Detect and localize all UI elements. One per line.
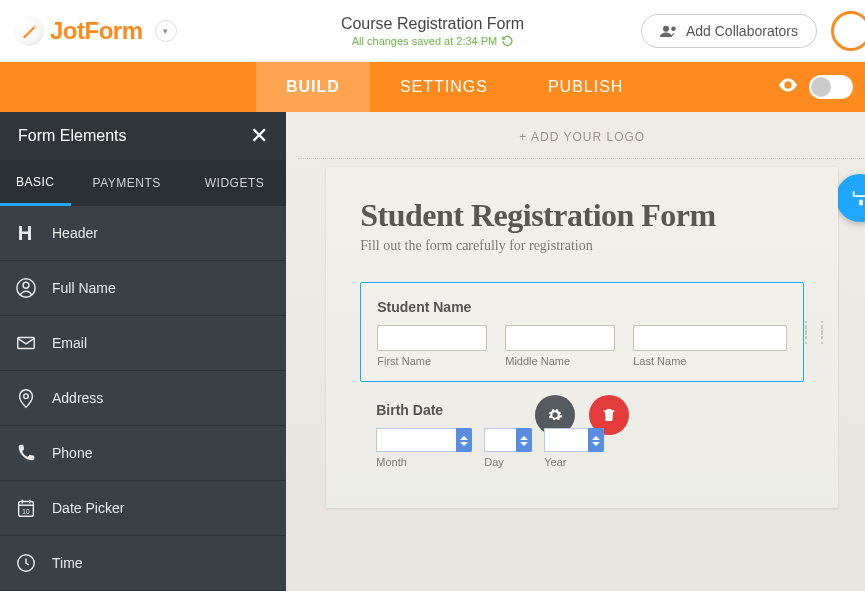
svg-rect-6 (18, 338, 35, 349)
collaborators-icon (660, 24, 678, 38)
header-icon: H (0, 222, 52, 244)
svg-point-1 (671, 26, 676, 31)
element-label: Phone (52, 445, 92, 461)
svg-text:H: H (18, 222, 33, 244)
form-subheading[interactable]: Fill out the form carefully for registra… (360, 238, 804, 254)
drag-handle-icon[interactable]: ⋮⋮⋮⋮⋮⋮ (799, 323, 831, 341)
month-select[interactable] (376, 428, 472, 452)
sublabel: Middle Name (505, 355, 615, 367)
svg-point-5 (23, 282, 29, 288)
save-status-text: All changes saved at 2:34 PM (352, 35, 498, 47)
logo-text: JotForm (50, 17, 143, 45)
element-label: Time (52, 555, 83, 571)
logo[interactable]: JotForm (14, 16, 143, 46)
middle-name-input[interactable] (505, 325, 615, 351)
element-label: Header (52, 225, 98, 241)
element-address[interactable]: Address (0, 371, 286, 426)
panel-tab-payments[interactable]: PAYMENTS (71, 160, 183, 206)
field-label: Student Name (377, 299, 787, 315)
element-label: Email (52, 335, 87, 351)
element-header[interactable]: H Header (0, 206, 286, 261)
add-logo-button[interactable]: + ADD YOUR LOGO (298, 126, 865, 159)
avatar[interactable] (831, 11, 865, 51)
panel-tab-widgets[interactable]: WIDGETS (183, 160, 287, 206)
close-icon[interactable]: ✕ (250, 123, 268, 149)
year-select[interactable] (544, 428, 604, 452)
element-time[interactable]: Time (0, 536, 286, 591)
sublabel: Month (376, 456, 472, 468)
sublabel: Day (484, 456, 532, 468)
person-icon (0, 277, 52, 299)
element-date-picker[interactable]: 10 Date Picker (0, 481, 286, 536)
undo-icon (501, 35, 513, 47)
element-phone[interactable]: Phone (0, 426, 286, 481)
email-icon (0, 332, 52, 354)
form-paper: Student Registration Form Fill out the f… (326, 167, 838, 508)
preview-icon[interactable] (777, 74, 799, 100)
panel-tab-basic[interactable]: BASIC (0, 160, 71, 206)
phone-icon (0, 442, 52, 464)
element-label: Full Name (52, 280, 116, 296)
tab-publish[interactable]: PUBLISH (518, 62, 653, 112)
logo-mark-icon (14, 16, 44, 46)
location-icon (0, 387, 52, 409)
svg-point-7 (24, 394, 29, 399)
collab-label: Add Collaborators (686, 23, 798, 39)
sublabel: Year (544, 456, 604, 468)
form-heading[interactable]: Student Registration Form (360, 197, 804, 234)
add-collaborators-button[interactable]: Add Collaborators (641, 14, 817, 48)
day-select[interactable] (484, 428, 532, 452)
field-student-name[interactable]: ⋮⋮⋮⋮⋮⋮ Student Name First Name Middle Na… (360, 282, 804, 382)
calendar-icon: 10 (0, 497, 52, 519)
tab-build[interactable]: BUILD (256, 62, 370, 112)
element-label: Address (52, 390, 103, 406)
sublabel: First Name (377, 355, 487, 367)
element-email[interactable]: Email (0, 316, 286, 371)
svg-text:10: 10 (22, 508, 30, 515)
form-title[interactable]: Course Registration Form (341, 15, 524, 33)
trash-icon (601, 407, 617, 423)
logo-dropdown-button[interactable]: ▾ (155, 20, 177, 42)
svg-point-2 (786, 83, 790, 87)
form-canvas: + ADD YOUR LOGO Student Registration For… (286, 112, 865, 591)
element-label: Date Picker (52, 500, 124, 516)
clock-icon (0, 552, 52, 574)
sublabel: Last Name (633, 355, 787, 367)
preview-toggle[interactable] (809, 75, 853, 99)
element-full-name[interactable]: Full Name (0, 261, 286, 316)
field-birth-date[interactable]: Birth Date Month Day Year (360, 402, 804, 468)
svg-point-0 (663, 25, 669, 31)
first-name-input[interactable] (377, 325, 487, 351)
form-elements-panel: Form Elements ✕ BASIC PAYMENTS WIDGETS H… (0, 112, 286, 591)
tab-settings[interactable]: SETTINGS (370, 62, 518, 112)
save-status: All changes saved at 2:34 PM (341, 35, 524, 47)
gear-icon (547, 407, 563, 423)
panel-title: Form Elements (18, 127, 250, 145)
last-name-input[interactable] (633, 325, 787, 351)
